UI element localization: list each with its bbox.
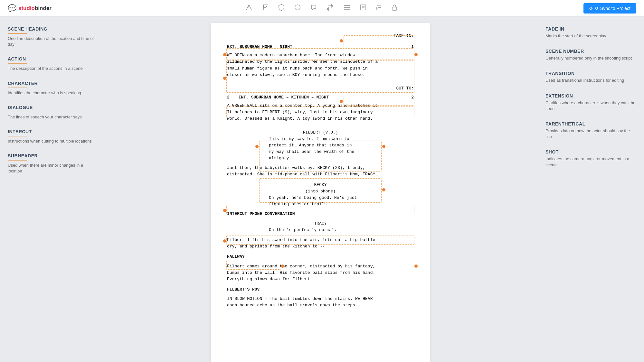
scene-heading-desc: One line description of the location and… — [8, 36, 95, 47]
tracy-dialogue: Oh that's perfectly normal. — [269, 227, 372, 233]
repeat-icon[interactable] — [327, 4, 334, 12]
scene-heading-left-dot — [223, 53, 226, 56]
scene-number-right-dot — [414, 53, 418, 56]
shot-left-dot — [281, 265, 284, 268]
transition-right-desc: Used as transitional instructions for ed… — [545, 78, 636, 83]
character-divider — [8, 88, 27, 88]
svg-rect-13 — [392, 7, 397, 10]
action1-left-dot — [223, 77, 226, 80]
screenplay-content: FADE IN: EXT. SUBURBAN HOME – NIGHT 1 WE… — [227, 33, 414, 309]
intercut-left-dot — [223, 209, 226, 212]
action5: IN SLOW MOTION – The ball tumbles down t… — [227, 296, 414, 309]
right-item-transition: TRANSITION Used as transitional instruct… — [545, 71, 636, 83]
action-desc: The description of the actions in a scen… — [8, 66, 95, 71]
logo-icon: 💬 — [8, 4, 16, 13]
intercut-label: INTERCUT — [8, 129, 95, 134]
action1-box — [226, 60, 414, 93]
shot-right-label: SHOT — [545, 149, 636, 154]
shield-icon[interactable] — [278, 4, 285, 13]
left-sidebar: SCENE HEADING One line description of th… — [0, 17, 103, 362]
subheader-desc: Used when there are minor changes in a l… — [8, 162, 95, 174]
intercut-box — [226, 205, 414, 214]
svg-rect-7 — [361, 5, 366, 10]
character-filbert-box — [259, 141, 382, 172]
subheader-hallway: HALLWAY — [227, 254, 414, 260]
fade-in-right-desc: Marks the start of the screenplay. — [545, 33, 636, 39]
right-item-extension: EXTENSION Clarifies where a character is… — [545, 93, 636, 112]
parenthetical-right-desc: Provides info on how the actor should sa… — [545, 128, 636, 140]
chat-icon[interactable] — [310, 4, 317, 12]
subheader-divider — [8, 160, 27, 161]
sidebar-item-intercut: INTERCUT Instructions when cutting to mu… — [8, 129, 95, 144]
logo: 💬 studiobinder — [0, 4, 59, 13]
top-navigation: 💬 studiobinder — [0, 0, 644, 17]
scene1-heading: EXT. SUBURBAN HOME – NIGHT 1 — [227, 44, 414, 50]
dialogue-label: DIALOGUE — [8, 105, 95, 110]
shot-right-dot — [414, 265, 418, 268]
scene-icon[interactable] — [245, 4, 252, 13]
char-filbert-left-dot — [255, 145, 259, 148]
sync-button[interactable]: ⟳ ⟳ Sync to Project — [583, 3, 636, 14]
subheader-label: SUBHEADER — [8, 153, 95, 158]
sidebar-item-action: ACTION The description of the actions in… — [8, 56, 95, 71]
fade-in-right-label: FADE IN — [545, 26, 636, 32]
list-icon[interactable] — [343, 5, 350, 12]
svg-marker-0 — [246, 5, 251, 10]
scene-number-right-desc: Generally numbered only in the shooting … — [545, 55, 636, 61]
subheader-box — [226, 236, 414, 245]
sort-icon[interactable] — [376, 4, 382, 12]
scene-heading-label: SCENE HEADING — [8, 26, 95, 32]
sync-label: ⟳ Sync to Project — [595, 6, 630, 11]
scene-number-right-label: SCENE NUMBER — [545, 49, 636, 54]
right-item-scene-number: SCENE NUMBER Generally numbered only in … — [545, 49, 636, 61]
right-item-fade-in: FADE IN Marks the start of the screenpla… — [545, 26, 636, 39]
flag-icon[interactable] — [262, 4, 269, 13]
note-icon[interactable] — [360, 4, 366, 12]
sidebar-item-scene-heading: SCENE HEADING One line description of th… — [8, 26, 95, 47]
action-label: ACTION — [8, 56, 95, 61]
scene2-num-left: 2 — [227, 95, 230, 100]
fade-in-dot — [340, 39, 343, 42]
screenplay-area: FADE IN: EXT. SUBURBAN HOME – NIGHT 1 WE… — [103, 17, 538, 362]
parenthetical-right-label: PARENTHETICAL — [545, 121, 636, 126]
svg-point-3 — [295, 5, 300, 10]
transition-right-label: TRANSITION — [545, 71, 636, 76]
scene2-heading-text: INT. SUBURBAN HOME – KITCHEN – NIGHT — [239, 95, 329, 100]
intercut-desc: Instructions when cutting to multiple lo… — [8, 138, 95, 144]
main-layout: SCENE HEADING One line description of th… — [0, 17, 644, 362]
scene1-number: 1 — [411, 44, 414, 50]
logo-text: studiobinder — [18, 5, 52, 12]
tracy-speech-block: TRACY Oh that's perfectly normal. — [227, 220, 414, 233]
parenthetical-dot — [382, 188, 385, 191]
circle-icon[interactable] — [294, 4, 301, 12]
action-divider — [8, 63, 27, 64]
right-sidebar: FADE IN Marks the start of the screenpla… — [538, 17, 644, 362]
extension-right-label: EXTENSION — [545, 93, 636, 98]
shot-box — [226, 261, 281, 270]
scene2-num-right: 2 — [411, 94, 414, 101]
char-filbert: FILBERT (V.O.) — [227, 129, 414, 136]
intercut-divider — [8, 136, 27, 136]
sidebar-item-subheader: SUBHEADER Used when there are minor chan… — [8, 153, 95, 174]
subheader-left-dot — [223, 239, 226, 243]
nav-icons-group — [59, 4, 583, 13]
scene2-heading-box — [226, 106, 414, 117]
scene-heading-divider — [8, 33, 27, 34]
sidebar-item-dialogue: DIALOGUE The lines of speech your charac… — [8, 105, 95, 120]
sync-icon: ⟳ — [589, 6, 593, 11]
char-filbert-right-dot — [382, 145, 385, 148]
right-item-parenthetical: PARENTHETICAL Provides info on how the a… — [545, 121, 636, 140]
scene1-heading-text: EXT. SUBURBAN HOME – NIGHT — [227, 44, 292, 49]
char-tracy: TRACY — [227, 220, 414, 227]
becky-dialogue-box — [259, 178, 382, 203]
screenplay-page: FADE IN: EXT. SUBURBAN HOME – NIGHT 1 WE… — [211, 23, 430, 362]
shot-right-desc: Indicates the camera angle or movement i… — [545, 156, 636, 168]
character-desc: Identifies the character who is speaking — [8, 90, 95, 96]
shot-pov: FILBERT'S POV — [227, 286, 414, 293]
dialogue-desc: The lines of speech your character says — [8, 114, 95, 120]
lock-icon[interactable] — [392, 4, 397, 13]
sidebar-item-character: CHARACTER Identifies the character who i… — [8, 81, 95, 96]
dialogue-divider — [8, 112, 27, 112]
character-label: CHARACTER — [8, 81, 95, 86]
right-item-shot: SHOT Indicates the camera angle or movem… — [545, 149, 636, 168]
